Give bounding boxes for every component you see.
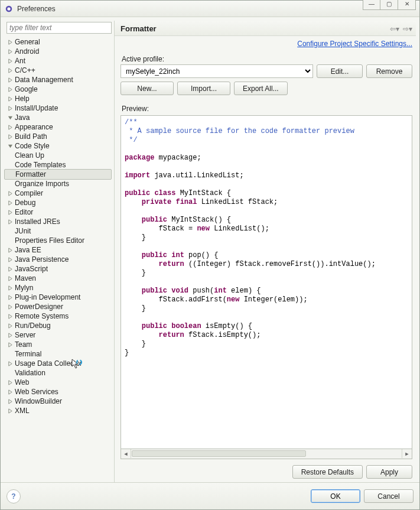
tree-item-plugin-dev[interactable]: Plug-in Development	[4, 293, 114, 302]
expand-icon[interactable]	[6, 199, 14, 206]
scroll-right-icon[interactable]: ►	[402, 449, 412, 458]
spacer-icon	[6, 180, 14, 187]
minimize-button[interactable]: —	[363, 0, 380, 10]
tree-item-team[interactable]: Team	[4, 340, 114, 349]
expand-icon[interactable]	[6, 256, 14, 263]
ok-button[interactable]: OK	[311, 489, 360, 503]
expand-icon[interactable]	[6, 275, 14, 282]
tree-item-compiler[interactable]: Compiler	[4, 189, 114, 198]
tree-item-java-ee[interactable]: Java EE	[4, 245, 114, 255]
tree-item-debug[interactable]: Debug	[4, 198, 114, 207]
active-profile-select[interactable]: mySetyle_22inch	[121, 64, 313, 78]
expand-icon[interactable]	[6, 360, 14, 367]
expand-icon[interactable]	[6, 246, 14, 254]
expand-icon[interactable]	[6, 284, 14, 291]
expand-icon[interactable]	[6, 322, 14, 329]
tree-item-web-services[interactable]: Web Services	[4, 387, 114, 397]
expand-icon[interactable]	[6, 209, 14, 216]
expand-icon[interactable]	[6, 398, 14, 405]
tree-item-general[interactable]: General	[4, 37, 114, 47]
filter-input[interactable]	[6, 22, 112, 34]
back-button[interactable]: ⇦▾	[390, 25, 399, 33]
tree-item-web[interactable]: Web	[4, 378, 114, 387]
expand-icon[interactable]	[6, 124, 14, 131]
tree-label: Validation	[15, 369, 45, 377]
expand-icon[interactable]	[6, 57, 14, 64]
apply-button[interactable]: Apply	[366, 465, 412, 479]
tree-item-google[interactable]: Google	[4, 85, 114, 94]
edit-button[interactable]: Edit...	[317, 64, 363, 78]
horizontal-scrollbar[interactable]: ◄ ►	[121, 449, 412, 459]
expand-icon[interactable]	[6, 265, 14, 272]
tree-item-code-templates[interactable]: Code Templates	[4, 160, 114, 170]
tree-item-xml[interactable]: XML	[4, 406, 114, 415]
expand-icon[interactable]	[6, 38, 14, 46]
preferences-tree[interactable]: General Android Ant C/C++ Data Managemen…	[4, 36, 114, 482]
tree-item-installed-jres[interactable]: Installed JREs	[4, 217, 114, 226]
expand-icon[interactable]	[6, 379, 14, 386]
tree-item-code-style[interactable]: Code Style	[4, 141, 114, 151]
tree-item-server[interactable]: Server	[4, 330, 114, 340]
tree-item-help[interactable]: Help	[4, 94, 114, 103]
scroll-left-icon[interactable]: ◄	[121, 449, 131, 458]
tree-item-data-management[interactable]: Data Management	[4, 75, 114, 85]
tree-item-organize-imports[interactable]: Organize Imports	[4, 179, 114, 189]
expand-icon[interactable]	[6, 67, 14, 74]
expand-icon[interactable]	[6, 86, 14, 93]
forward-button[interactable]: ⇨▾	[403, 25, 412, 33]
import-button[interactable]: Import...	[177, 82, 230, 95]
expand-icon[interactable]	[6, 218, 14, 225]
tree-item-usage-data[interactable]: Usage Data Collector	[4, 359, 114, 368]
tree-item-terminal[interactable]: Terminal	[4, 349, 114, 359]
expand-icon[interactable]	[6, 388, 14, 395]
tree-item-properties-files-editor[interactable]: Properties Files Editor	[4, 236, 114, 245]
tree-item-window-builder[interactable]: WindowBuilder	[4, 397, 114, 406]
expand-icon[interactable]	[6, 48, 14, 55]
new-button[interactable]: New...	[121, 82, 174, 95]
configure-project-link[interactable]: Configure Project Specific Settings...	[297, 40, 412, 48]
tree-item-cpp[interactable]: C/C++	[4, 66, 114, 75]
tree-item-javascript[interactable]: JavaScript	[4, 264, 114, 274]
expand-icon[interactable]	[6, 407, 14, 414]
tree-item-editor[interactable]: Editor	[4, 207, 114, 217]
tree-item-java-persistence[interactable]: Java Persistence	[4, 255, 114, 264]
tree-item-remote-systems[interactable]: Remote Systems	[4, 311, 114, 321]
tree-item-validation[interactable]: Validation	[4, 368, 114, 378]
expand-icon[interactable]	[6, 313, 14, 320]
code-preview[interactable]: /** * A sample source file for the code …	[121, 115, 412, 449]
tree-item-install-update[interactable]: Install/Update	[4, 103, 114, 113]
tree-item-java[interactable]: Java	[4, 113, 114, 122]
collapse-icon[interactable]	[6, 142, 14, 150]
expand-icon[interactable]	[6, 76, 14, 83]
expand-icon[interactable]	[6, 332, 14, 339]
tree-item-junit[interactable]: JUnit	[4, 226, 114, 236]
close-button[interactable]: ✕	[398, 0, 416, 10]
expand-icon[interactable]	[6, 294, 14, 301]
tree-item-power-designer[interactable]: PowerDesigner	[4, 302, 114, 311]
expand-icon[interactable]	[6, 341, 14, 348]
expand-icon[interactable]	[6, 303, 14, 310]
tree-item-clean-up[interactable]: Clean Up	[4, 151, 114, 160]
cancel-button[interactable]: Cancel	[364, 489, 414, 503]
expand-icon[interactable]	[6, 95, 14, 102]
tree-item-ant[interactable]: Ant	[4, 56, 114, 66]
tree-item-maven[interactable]: Maven	[4, 274, 114, 283]
collapse-icon[interactable]	[6, 114, 14, 121]
scroll-thumb[interactable]	[132, 450, 306, 457]
restore-defaults-button[interactable]: Restore Defaults	[292, 465, 363, 479]
expand-icon[interactable]	[6, 133, 14, 140]
help-button[interactable]: ?	[6, 489, 21, 503]
tree-item-appearance[interactable]: Appearance	[4, 122, 114, 132]
tree-item-run-debug[interactable]: Run/Debug	[4, 321, 114, 330]
tree-item-android[interactable]: Android	[4, 47, 114, 56]
tree-label: JUnit	[15, 227, 31, 235]
tree-item-build-path[interactable]: Build Path	[4, 132, 114, 141]
expand-icon[interactable]	[6, 190, 14, 197]
export-all-button[interactable]: Export All...	[234, 82, 288, 95]
tree-item-mylyn[interactable]: Mylyn	[4, 283, 114, 293]
content-header: Formatter ⇦▾ ⇨▾	[115, 21, 416, 36]
expand-icon[interactable]	[6, 105, 14, 112]
tree-item-formatter[interactable]: Formatter	[4, 169, 112, 180]
remove-button[interactable]: Remove	[366, 64, 412, 78]
maximize-button[interactable]: ▢	[380, 0, 398, 10]
